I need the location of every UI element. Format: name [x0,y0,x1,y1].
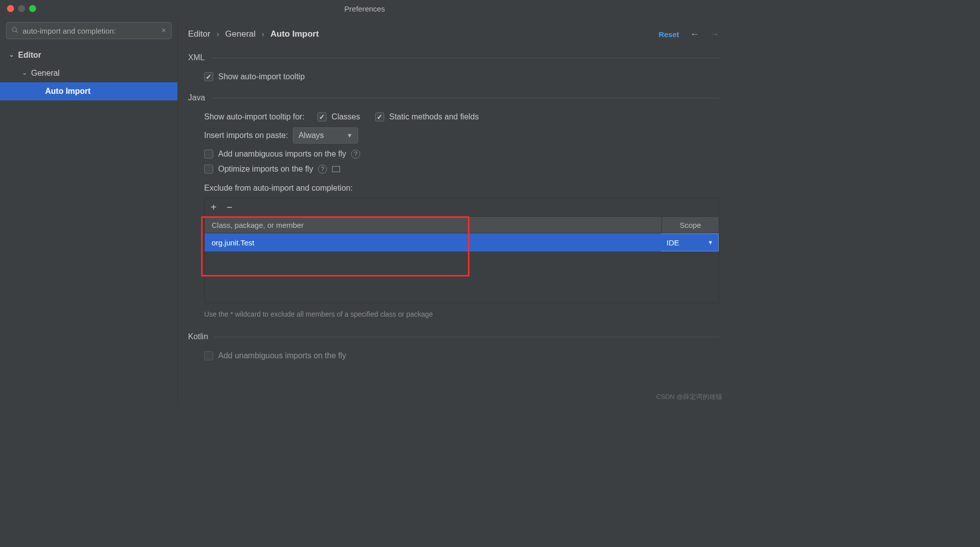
section-title-kotlin: Kotlin [188,332,208,341]
table-header: Class, package, or member Scope [205,216,719,233]
settings-sidebar: auto-import and completion: × ⌄ Editor ⌄… [0,17,178,405]
sidebar-item-general[interactable]: ⌄ General [0,64,178,82]
search-clear-icon[interactable]: × [161,26,166,35]
add-button[interactable]: + [211,202,217,212]
checkbox-static[interactable] [375,112,384,121]
checkbox-classes[interactable] [317,112,326,121]
search-icon [12,27,19,35]
checkbox-label: Classes [332,112,360,121]
sidebar-item-label: Auto Import [45,87,91,96]
breadcrumb-auto-import: Auto Import [270,29,318,39]
checkbox-kotlin-unambiguous[interactable] [204,351,213,360]
breadcrumb: Editor › General › Auto Import [188,29,319,39]
breadcrumb-editor[interactable]: Editor [188,29,210,39]
checkbox-optimize[interactable] [204,165,213,174]
select-value: Always [298,131,324,140]
table-header-scope: Scope [662,217,719,233]
checkbox-xml-tooltip[interactable] [204,72,213,81]
section-xml: XML Show auto-import tooltip [188,53,719,84]
titlebar: Preferences [0,0,729,17]
checkbox-label: Add unambiguous imports on the fly [218,351,346,360]
divider [211,58,719,58]
scope-icon[interactable] [332,166,340,172]
scope-value: IDE [667,238,679,247]
label-tooltip-for: Show auto-import tooltip for: [204,112,304,121]
nav-forward-button: → [710,29,719,40]
label-insert-paste: Insert imports on paste: [204,131,288,140]
chevron-right-icon: › [262,29,265,39]
help-icon[interactable]: ? [351,150,360,159]
settings-tree: ⌄ Editor ⌄ General Auto Import [0,44,178,100]
window-title: Preferences [0,5,729,13]
divider [214,337,719,337]
section-title-java: Java [188,93,205,102]
section-kotlin: Kotlin Add unambiguous imports on the fl… [188,332,719,363]
table-header-class: Class, package, or member [205,221,662,229]
remove-button[interactable]: − [227,202,233,212]
table-row[interactable]: org.junit.Test IDE ▼ [205,233,719,251]
chevron-down-icon: ⌄ [9,51,14,58]
cell-scope-select[interactable]: IDE ▼ [662,233,719,251]
chevron-down-icon: ▼ [347,132,353,139]
checkbox-add-unambiguous[interactable] [204,150,213,159]
label-exclude: Exclude from auto-import and completion: [204,177,719,193]
search-text: auto-import and completion: [23,27,157,35]
checkbox-label: Optimize imports on the fly [218,165,313,174]
section-java: Java Show auto-import tooltip for: Class… [188,93,719,318]
sidebar-item-label: Editor [18,51,41,60]
chevron-down-icon: ⌄ [22,69,27,76]
search-input[interactable]: auto-import and completion: × [6,22,172,39]
settings-content: Editor › General › Auto Import Reset ← →… [178,17,729,405]
breadcrumb-general[interactable]: General [225,29,255,39]
sidebar-item-label: General [31,69,60,78]
svg-line-1 [16,31,18,33]
hint-text: Use the * wildcard to exclude all member… [204,310,719,318]
checkbox-label: Add unambiguous imports on the fly [218,150,346,159]
reset-button[interactable]: Reset [659,30,679,39]
sidebar-item-editor[interactable]: ⌄ Editor [0,46,178,64]
section-title-xml: XML [188,53,205,62]
checkbox-label: Show auto-import tooltip [218,72,305,81]
checkbox-label: Static methods and fields [389,112,479,121]
divider [211,98,719,98]
svg-point-0 [13,27,17,31]
exclude-table: + − Class, package, or member Scope org.… [204,198,719,303]
sidebar-item-auto-import[interactable]: Auto Import [0,82,178,100]
help-icon[interactable]: ? [318,165,327,174]
select-insert-paste[interactable]: Always ▼ [293,127,358,144]
cell-class[interactable]: org.junit.Test [205,233,662,251]
chevron-down-icon: ▼ [708,239,713,245]
chevron-right-icon: › [216,29,219,39]
nav-back-button[interactable]: ← [690,29,699,40]
